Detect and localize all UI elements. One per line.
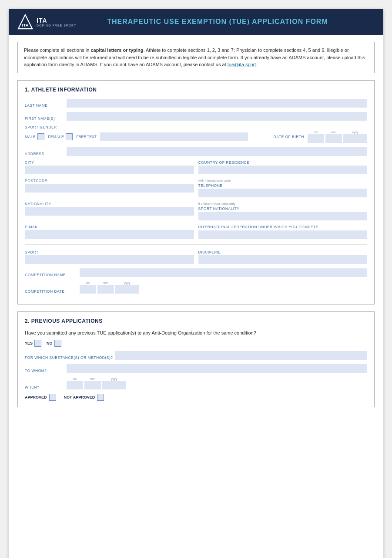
first-names-row: FIRST NAME(S) — [25, 112, 367, 121]
sport-nationality-label: SPORT NATIONALITY — [198, 206, 368, 211]
male-checkbox[interactable] — [37, 133, 44, 140]
email-label: E-MAIL — [25, 225, 194, 229]
divider1 — [25, 244, 367, 245]
female-option: FEMALE — [48, 133, 73, 140]
sport-nationality-col: if different from nationality SPORT NATI… — [198, 202, 368, 220]
instructions-box: Please complete all sections in capital … — [17, 42, 375, 73]
header: ITA ITA DOPING FREE SPORT THERAPEUTIC US… — [9, 9, 383, 35]
to-whom-input[interactable] — [67, 364, 367, 373]
approved-label: APPROVED — [25, 395, 47, 399]
email-col: E-MAIL — [25, 225, 194, 239]
dob-dd-hint: dd — [314, 131, 318, 134]
federation-col: INTERNATIONAL FEDERATION UNDER WHICH YOU… — [198, 225, 368, 239]
when-mm-input[interactable] — [84, 381, 101, 389]
federation-input[interactable] — [198, 230, 368, 239]
first-names-label: FIRST NAME(S) — [25, 116, 64, 121]
yes-no-row: YES NO — [25, 340, 367, 347]
last-name-row: LAST NAME — [25, 99, 367, 108]
dob-dd-input[interactable] — [308, 134, 324, 143]
federation-label: INTERNATIONAL FEDERATION UNDER WHICH YOU… — [198, 225, 368, 230]
no-checkbox[interactable] — [54, 340, 61, 347]
male-label: MALE — [25, 135, 36, 139]
instructions-link[interactable]: tue@ita.sport — [228, 62, 256, 67]
dob-label: DATE OF BIRTH — [274, 135, 304, 139]
sport-nationality-hint: if different from nationality — [198, 202, 368, 206]
competition-name-input[interactable] — [80, 268, 367, 277]
svg-text:ITA: ITA — [22, 23, 28, 27]
when-mm-hint: mm — [90, 377, 95, 380]
dob-group: dd mm yyyy — [308, 131, 367, 143]
dob-mm-wrapper: mm — [325, 131, 342, 143]
when-mm-wrapper: mm — [84, 377, 101, 389]
dob-mm-hint: mm — [331, 131, 336, 134]
comp-yyyy-hint: yyyy — [124, 281, 131, 284]
dob-yyyy-wrapper: yyyy — [343, 131, 367, 143]
dob-mm-input[interactable] — [325, 134, 342, 143]
section2-title: 2. PREVIOUS APPLICATIONS — [25, 318, 367, 324]
yes-label: YES — [25, 341, 33, 345]
nationality-label: NATIONALITY — [25, 202, 194, 206]
instructions-bold: capital letters or typing — [90, 47, 143, 53]
female-checkbox[interactable] — [66, 133, 73, 140]
nationality-row: NATIONALITY if different from nationalit… — [25, 202, 367, 220]
section2-question: Have you submitted any previous TUE appl… — [25, 330, 367, 335]
nationality-input[interactable] — [25, 207, 194, 216]
discipline-input[interactable] — [198, 255, 368, 264]
email-input[interactable] — [25, 230, 194, 239]
substance-row: FOR WHICH SUBSTANCE(S) OR METHOD(S)? — [25, 351, 367, 360]
sport-input[interactable] — [25, 255, 194, 264]
city-col: CITY — [25, 160, 194, 174]
when-dd-input[interactable] — [67, 381, 83, 389]
page-title: THERAPEUTIC USE EXEMPTION (TUE) APPLICAT… — [107, 18, 328, 26]
city-input[interactable] — [25, 166, 194, 174]
substance-input[interactable] — [115, 351, 367, 360]
when-yyyy-input[interactable] — [102, 381, 126, 389]
when-dd-wrapper: dd — [67, 377, 83, 389]
comp-yyyy-input[interactable] — [115, 285, 139, 294]
instructions-text3: . — [256, 62, 257, 67]
first-names-input[interactable] — [67, 112, 367, 121]
not-approved-label: NOT APPROVED — [64, 395, 95, 399]
comp-dd-input[interactable] — [80, 285, 96, 294]
postcode-label: POSTCODE — [25, 179, 194, 183]
sport-discipline-row: SPORT DISCIPLINE — [25, 250, 367, 264]
nationality-col: NATIONALITY — [25, 202, 194, 220]
country-col: COUNTRY OF RESIDENCE — [198, 160, 368, 174]
yes-checkbox[interactable] — [34, 340, 41, 347]
when-yyyy-wrapper: yyyy — [102, 377, 126, 389]
when-row: WHEN? dd mm yyyy — [25, 377, 367, 389]
not-approved-option: NOT APPROVED — [64, 394, 104, 401]
competition-name-label: COMPETITION NAME — [25, 273, 77, 277]
free-text-input[interactable] — [100, 132, 248, 141]
female-label: FEMALE — [48, 135, 64, 139]
instructions-text: Please complete all sections in — [24, 47, 90, 53]
comp-mm-input[interactable] — [97, 285, 114, 294]
section-athlete-information: 1. ATHLETE INFORMATION LAST NAME FIRST N… — [17, 80, 375, 304]
country-input[interactable] — [198, 166, 368, 174]
logo-area: ITA ITA DOPING FREE SPORT — [17, 14, 76, 30]
address-input[interactable] — [67, 147, 367, 156]
last-name-label: LAST NAME — [25, 103, 64, 108]
page: ITA ITA DOPING FREE SPORT THERAPEUTIC US… — [9, 9, 383, 558]
sport-gender-section: SPORT GENDER MALE FEMALE FREE TEXT DATE … — [25, 125, 367, 143]
dob-dd-wrapper: dd — [308, 131, 324, 143]
address-row: ADDRESS — [25, 147, 367, 156]
postcode-input[interactable] — [25, 184, 194, 193]
city-label: CITY — [25, 160, 194, 165]
competition-name-row: COMPETITION NAME — [25, 268, 367, 277]
telephone-input[interactable] — [198, 189, 368, 197]
comp-mm-wrapper: mm — [97, 281, 114, 294]
approved-checkbox[interactable] — [49, 394, 56, 401]
not-approved-checkbox[interactable] — [97, 394, 104, 401]
sport-col: SPORT — [25, 250, 194, 264]
sport-nationality-input[interactable] — [198, 212, 368, 220]
competition-date-row: COMPETITION DATE dd mm yyyy — [25, 281, 367, 294]
comp-yyyy-wrapper: yyyy — [115, 281, 139, 294]
logo-subtitle: DOPING FREE SPORT — [37, 24, 76, 27]
email-federation-row: E-MAIL INTERNATIONAL FEDERATION UNDER WH… — [25, 225, 367, 239]
last-name-input[interactable] — [67, 99, 367, 108]
telephone-hint: with international code — [198, 179, 368, 183]
dob-yyyy-input[interactable] — [343, 134, 367, 143]
discipline-col: DISCIPLINE — [198, 250, 368, 264]
logo-text: ITA — [37, 17, 76, 24]
